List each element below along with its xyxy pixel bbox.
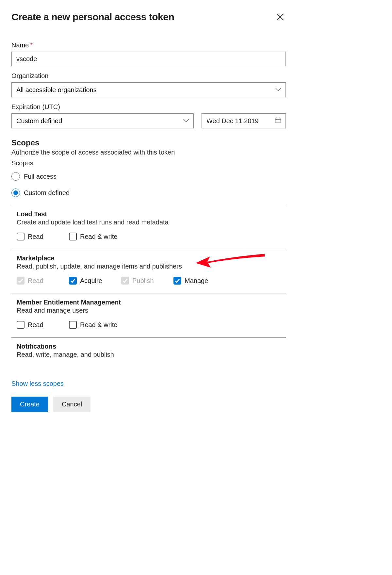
checkbox-marketplace-manage[interactable]: Manage xyxy=(173,277,213,285)
radio-icon xyxy=(11,189,20,197)
name-input[interactable] xyxy=(11,52,286,66)
name-label: Name* xyxy=(11,41,286,49)
create-button[interactable]: Create xyxy=(11,397,48,412)
checkbox-icon xyxy=(17,277,24,285)
scope-desc: Read, write, manage, and publish xyxy=(17,351,286,358)
scope-desc: Read, publish, update, and manage items … xyxy=(17,263,286,270)
close-icon xyxy=(276,17,285,22)
expiration-label: Expiration (UTC) xyxy=(11,103,286,111)
radio-custom-defined-label: Custom defined xyxy=(24,189,70,197)
scopes-radio-label: Scopes xyxy=(11,159,286,167)
checkbox-icon xyxy=(69,321,77,329)
organization-select[interactable]: All accessible organizations xyxy=(11,82,286,97)
toggle-scopes-button[interactable]: Show less scopes xyxy=(11,380,64,387)
expiration-preset-select[interactable]: Custom defined xyxy=(11,113,194,128)
checkbox-icon xyxy=(69,277,77,285)
scope-desc: Create and update load test runs and rea… xyxy=(17,219,286,226)
radio-full-access[interactable]: Full access xyxy=(11,172,286,181)
scope-group-member-entitlement: Member Entitlement Management Read and m… xyxy=(11,293,286,337)
checkbox-icon xyxy=(69,233,77,240)
scope-title: Member Entitlement Management xyxy=(17,299,286,306)
required-asterisk: * xyxy=(30,41,33,49)
radio-icon xyxy=(11,172,20,181)
scope-title: Marketplace xyxy=(17,255,286,262)
scope-list: Load Test Create and update load test ru… xyxy=(11,205,286,373)
checkbox-icon xyxy=(121,277,129,285)
checkbox-icon xyxy=(17,321,24,329)
scope-group-marketplace: Marketplace Read, publish, update, and m… xyxy=(11,249,286,293)
checkbox-icon xyxy=(17,233,24,240)
checkbox-load-test-readwrite[interactable]: Read & write xyxy=(69,233,118,240)
svg-rect-2 xyxy=(275,118,281,123)
scopes-subheading: Authorize the scope of access associated… xyxy=(11,149,286,156)
scope-group-notifications: Notifications Read, write, manage, and p… xyxy=(11,337,286,373)
scope-desc: Read and manage users xyxy=(17,307,286,314)
scope-title: Load Test xyxy=(17,210,286,218)
expiration-preset-value: Custom defined xyxy=(16,117,62,125)
scope-group-load-test: Load Test Create and update load test ru… xyxy=(11,205,286,249)
radio-full-access-label: Full access xyxy=(24,173,57,180)
scopes-radio-group: Full access Custom defined xyxy=(11,172,286,197)
calendar-icon xyxy=(274,117,282,125)
checkbox-marketplace-acquire[interactable]: Acquire xyxy=(69,277,108,285)
cancel-button[interactable]: Cancel xyxy=(53,397,90,412)
checkbox-marketplace-read[interactable]: Read xyxy=(17,277,56,285)
scopes-heading: Scopes xyxy=(11,138,286,147)
scope-title: Notifications xyxy=(17,343,286,350)
checkbox-icon xyxy=(173,277,181,285)
checkbox-member-entitlement-read[interactable]: Read xyxy=(17,321,56,329)
expiration-date-value: Wed Dec 11 2019 xyxy=(206,117,259,125)
radio-custom-defined[interactable]: Custom defined xyxy=(11,189,286,197)
checkbox-marketplace-publish[interactable]: Publish xyxy=(121,277,160,285)
close-button[interactable] xyxy=(275,11,286,24)
checkbox-member-entitlement-readwrite[interactable]: Read & write xyxy=(69,321,118,329)
organization-label: Organization xyxy=(11,72,286,80)
dialog-title: Create a new personal access token xyxy=(11,11,174,23)
checkbox-load-test-read[interactable]: Read xyxy=(17,233,56,240)
expiration-date-input[interactable]: Wed Dec 11 2019 xyxy=(202,113,286,128)
organization-value: All accessible organizations xyxy=(16,86,97,94)
